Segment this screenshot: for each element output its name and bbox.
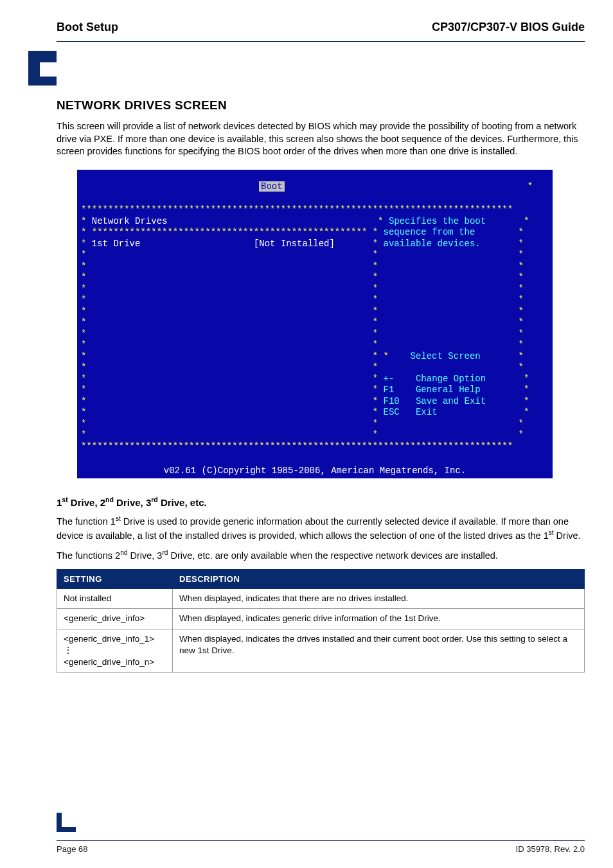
bios-option-label[interactable]: 1st Drive xyxy=(92,239,141,249)
svg-rect-0 xyxy=(28,51,57,62)
settings-table: SETTING DESCRIPTION Not installed When d… xyxy=(57,569,585,673)
corner-mark xyxy=(57,813,76,836)
bios-border: ****************************************… xyxy=(81,441,513,451)
running-header: Boot Setup CP307/CP307-V BIOS Guide xyxy=(57,19,585,37)
subsection-title: 1st Drive, 2nd Drive, 3rd Drive, etc. xyxy=(57,495,585,509)
bios-nav-exit: Exit xyxy=(416,407,438,417)
bios-nav-save: Save and Exit xyxy=(416,396,486,406)
bios-help-3: available devices. xyxy=(384,239,481,249)
bios-nav-select: Select Screen xyxy=(411,351,481,361)
col-description: DESCRIPTION xyxy=(173,569,585,589)
header-right: CP307/CP307-V BIOS Guide xyxy=(432,19,585,35)
svg-rect-4 xyxy=(57,827,76,832)
header-rule xyxy=(57,41,585,42)
brand-logo xyxy=(28,51,585,86)
sub-paragraph-1: The function 1st Drive is used to provid… xyxy=(57,514,585,542)
footer-left: Page 68 xyxy=(57,844,87,855)
footer-right: ID 35978, Rev. 2.0 xyxy=(516,844,585,855)
page-footer: Page 68 ID 35978, Rev. 2.0 xyxy=(57,840,585,855)
bios-nav-change: Change Option xyxy=(416,374,486,384)
bios-screenshot: Boot * *********************************… xyxy=(77,170,585,479)
sub-paragraph-2: The functions 2nd Drive, 3rd Drive, etc.… xyxy=(57,548,585,562)
bios-panel-title: Network Drives xyxy=(92,216,168,226)
bios-tab: Boot xyxy=(259,181,285,192)
bios-copyright: v02.61 (C)Copyright 1985-2006, American … xyxy=(164,466,466,476)
section-intro: This screen will provide a list of netwo… xyxy=(57,120,585,158)
table-row: <generic_drive_info> When displayed, ind… xyxy=(57,609,585,629)
header-left: Boot Setup xyxy=(57,19,118,35)
bios-nav-help: General Help xyxy=(416,384,481,395)
bios-help-2: sequence from the xyxy=(384,227,475,237)
bios-help-1: Specifies the boot xyxy=(389,216,486,226)
bios-option-value: [Not Installed] xyxy=(254,239,335,249)
bios-border: ****************************************… xyxy=(81,204,513,215)
section-title: NETWORK DRIVES SCREEN xyxy=(57,97,585,114)
table-row: Not installed When displayed, indicates … xyxy=(57,589,585,609)
table-row: <generic_drive_info_1> ⋮ <generic_drive_… xyxy=(57,629,585,673)
col-setting: SETTING xyxy=(57,569,173,589)
svg-rect-2 xyxy=(28,77,57,86)
